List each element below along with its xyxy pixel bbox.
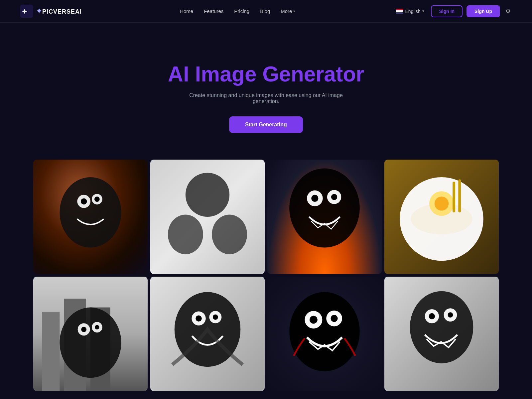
nav-home[interactable]: Home xyxy=(180,8,193,14)
more-chevron-icon: ▾ xyxy=(293,9,295,13)
gallery-image-4[interactable] xyxy=(384,160,499,274)
image-gallery xyxy=(0,160,532,399)
hero-subtitle: Create stunning and unique images with e… xyxy=(183,92,349,104)
nav-links: Home Features Pricing Blog More ▾ xyxy=(180,8,295,14)
nav-more-dropdown[interactable]: More ▾ xyxy=(281,8,295,14)
gallery-image-1[interactable] xyxy=(33,160,148,274)
image-grid xyxy=(33,160,499,391)
logo-text: ✦PiCVERSEAi xyxy=(36,7,82,16)
nav-pricing[interactable]: Pricing xyxy=(234,8,249,14)
gallery-image-3[interactable] xyxy=(267,160,382,274)
signin-button[interactable]: Sign In xyxy=(431,5,463,17)
gallery-image-6[interactable] xyxy=(150,277,265,391)
nav-actions: English ▾ Sign In Sign Up ⚙ xyxy=(393,5,512,17)
language-selector[interactable]: English ▾ xyxy=(393,7,427,16)
gallery-image-2[interactable] xyxy=(150,160,265,274)
signup-button[interactable]: Sign Up xyxy=(466,5,500,17)
svg-text:✦: ✦ xyxy=(22,8,27,15)
hero-section: AI Image Generator Create stunning and u… xyxy=(0,23,532,160)
gallery-image-8[interactable] xyxy=(384,277,499,391)
logo-icon: ✦ xyxy=(20,5,33,18)
logo[interactable]: ✦ ✦PiCVERSEAi xyxy=(20,5,82,18)
gallery-image-5[interactable] xyxy=(33,277,148,391)
lang-chevron-icon: ▾ xyxy=(422,9,424,13)
nav-features[interactable]: Features xyxy=(204,8,223,14)
navbar: ✦ ✦PiCVERSEAi Home Features Pricing Blog… xyxy=(0,0,532,23)
settings-button[interactable]: ⚙ xyxy=(504,6,512,16)
nav-blog[interactable]: Blog xyxy=(260,8,270,14)
gallery-image-7[interactable] xyxy=(267,277,382,391)
flag-us-icon xyxy=(396,9,403,14)
start-generating-button[interactable]: Start Generating xyxy=(229,116,303,133)
gear-icon: ⚙ xyxy=(505,8,511,15)
hero-title: AI Image Generator xyxy=(168,63,364,86)
